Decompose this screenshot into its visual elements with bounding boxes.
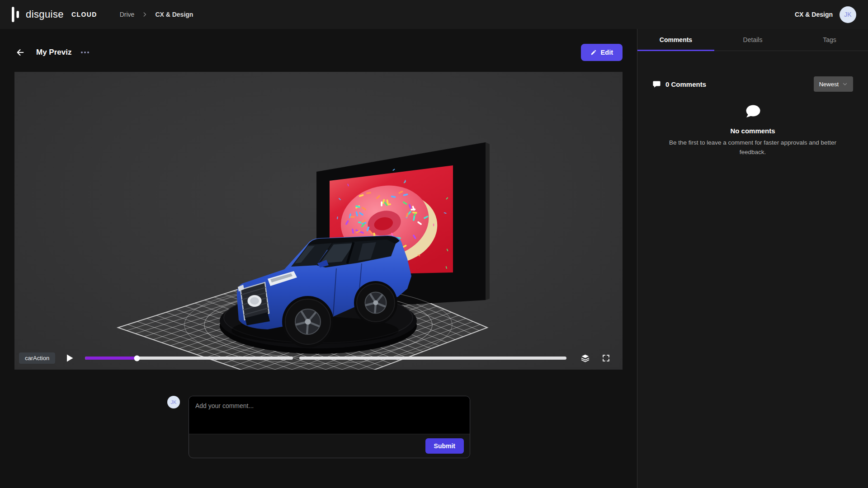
- empty-state-title: No comments: [652, 127, 853, 135]
- fullscreen-icon: [602, 354, 610, 362]
- asset-toolbar: My Previz Edit: [14, 44, 623, 61]
- brand-suffix: CLOUD: [71, 11, 97, 18]
- sort-dropdown[interactable]: Newest: [814, 76, 853, 92]
- timeline-segment-1[interactable]: [85, 357, 293, 360]
- player-controls: carAction: [19, 352, 611, 364]
- comments-empty-state: No comments Be the first to leave a comm…: [652, 104, 853, 157]
- tab-comments[interactable]: Comments: [637, 29, 714, 51]
- edit-button-label: Edit: [601, 49, 613, 56]
- tab-tags[interactable]: Tags: [791, 29, 868, 51]
- details-panel: Comments Details Tags 0 Comments Newest: [637, 29, 868, 488]
- comment-composer: JK Submit: [167, 396, 637, 458]
- composer-avatar: JK: [167, 396, 180, 408]
- app-header: disguise CLOUD Drive CX & Design CX & De…: [0, 0, 868, 29]
- play-icon: [66, 354, 73, 362]
- comment-box: Submit: [189, 396, 470, 458]
- empty-comments-icon: [744, 104, 761, 120]
- back-button[interactable]: [14, 47, 26, 58]
- layers-icon: [580, 353, 590, 363]
- previz-viewport[interactable]: carAction: [14, 72, 623, 370]
- brand-logo[interactable]: disguise CLOUD: [12, 6, 97, 23]
- tab-details[interactable]: Details: [714, 29, 791, 51]
- comment-bubble-icon: [652, 80, 661, 89]
- fullscreen-button[interactable]: [601, 353, 611, 363]
- timeline-track[interactable]: [85, 357, 566, 360]
- breadcrumb: Drive CX & Design: [120, 11, 193, 18]
- page-title: My Previz: [36, 48, 71, 57]
- main-content: My Previz Edit: [0, 29, 637, 488]
- comments-count: 0 Comments: [665, 80, 706, 88]
- breadcrumb-item-current[interactable]: CX & Design: [155, 11, 193, 18]
- panel-tabs: Comments Details Tags: [637, 29, 868, 51]
- workspace-label: CX & Design: [795, 11, 833, 18]
- edit-button[interactable]: Edit: [581, 44, 623, 61]
- car-model: [231, 235, 411, 347]
- more-options-button[interactable]: [80, 51, 90, 54]
- submit-comment-button[interactable]: Submit: [425, 438, 464, 454]
- empty-state-message: Be the first to leave a comment for fast…: [661, 138, 844, 157]
- previz-3d-scene: [14, 72, 623, 370]
- user-avatar[interactable]: JK: [840, 6, 856, 23]
- clip-label-chip[interactable]: carAction: [19, 352, 55, 364]
- chevron-right-icon: [142, 11, 148, 18]
- sort-dropdown-value: Newest: [819, 81, 839, 88]
- disguise-logo-icon: [12, 6, 20, 23]
- ellipsis-icon: [80, 51, 90, 54]
- pencil-icon: [590, 49, 597, 56]
- comment-box-footer: Submit: [189, 434, 470, 458]
- timeline-segment-2[interactable]: [299, 357, 566, 360]
- timeline-thumb[interactable]: [134, 355, 140, 361]
- chevron-down-icon: [842, 81, 848, 87]
- play-button[interactable]: [65, 354, 74, 363]
- back-arrow-icon: [15, 47, 25, 57]
- breadcrumb-item-drive[interactable]: Drive: [120, 11, 135, 18]
- comment-input[interactable]: [189, 396, 470, 434]
- timeline-progress: [85, 357, 137, 360]
- layers-button[interactable]: [580, 353, 590, 363]
- comments-header: 0 Comments Newest: [652, 76, 853, 92]
- brand-name: disguise: [26, 9, 64, 20]
